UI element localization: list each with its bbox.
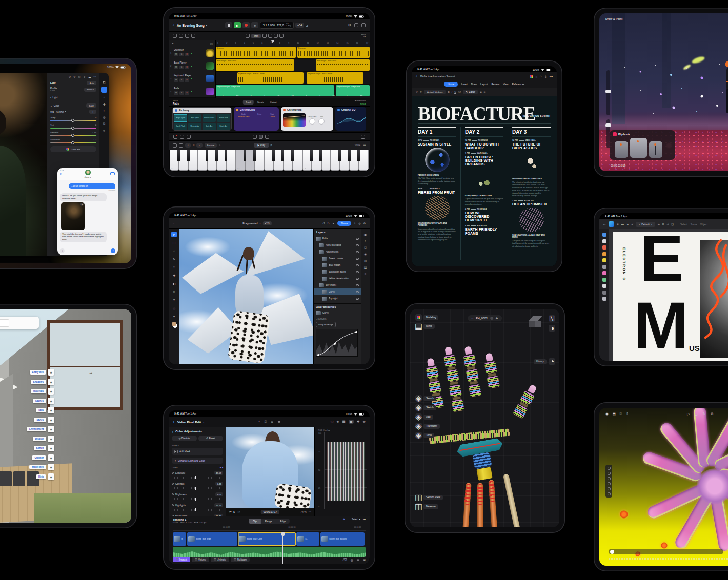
color-wheel-icon[interactable]	[530, 75, 533, 78]
brush-tool-icon[interactable]	[602, 258, 606, 262]
amp-icon[interactable]	[173, 135, 177, 139]
visibility-eye-icon[interactable]	[356, 264, 359, 266]
alchemy-preset-pad[interactable]: Bright Synth	[174, 114, 187, 122]
scale-button[interactable]: Scale	[355, 144, 361, 147]
keyboard-icon[interactable]	[173, 143, 177, 148]
curves-graph[interactable]	[316, 329, 358, 357]
received-message[interactable]: Great! Can you share your final image se…	[60, 193, 107, 201]
tool-button[interactable]: ◫Measure	[415, 503, 443, 510]
visibility-eye-icon[interactable]	[356, 298, 359, 300]
camera-tool-icon[interactable]	[608, 467, 611, 470]
layer-row[interactable]: Sweat...ooster	[314, 255, 361, 262]
boolean-icon[interactable]: ❏	[671, 223, 673, 226]
panel-button[interactable]: Model Info ◈	[29, 464, 54, 470]
piano-key[interactable]: C4	[302, 150, 312, 171]
power-icon[interactable]	[283, 109, 286, 111]
alchemy-preset-pad[interactable]: Synth Pluck	[174, 123, 187, 131]
plugin-chromaverb[interactable]: ChromaVerb Decay Time Wet	[281, 107, 333, 131]
panel-button[interactable]: Display ◈	[33, 436, 54, 442]
solo-button[interactable]: S	[179, 66, 184, 69]
more-icon[interactable]: •••	[363, 518, 366, 521]
visibility-eye-icon[interactable]	[356, 258, 359, 260]
share-button[interactable]: Share	[337, 221, 351, 226]
bw-button[interactable]: B&W	[86, 103, 96, 108]
plugin-tab[interactable]: Track	[243, 100, 254, 105]
contact-name[interactable]: Joyce ▾	[85, 176, 91, 178]
viewer-icon[interactable]: ▣	[349, 420, 354, 424]
gradient-tool-icon[interactable]	[602, 271, 606, 275]
home-icon[interactable]: ⌂	[472, 317, 473, 320]
zoom-tool-icon[interactable]	[608, 482, 611, 485]
layer-row[interactable]: Saturation boost	[314, 268, 361, 275]
tool-button[interactable]: ◈Transform	[415, 423, 440, 429]
facetime-icon[interactable]	[110, 172, 115, 175]
power-icon[interactable]	[236, 109, 238, 111]
camera-icon[interactable]: ⌻	[620, 412, 622, 416]
back-icon[interactable]: ‹	[172, 430, 173, 434]
orientation-cube[interactable]	[529, 316, 542, 329]
shape-tool-icon[interactable]: ◇	[171, 305, 177, 311]
plugin-tab[interactable]: Sends	[255, 100, 266, 105]
eyedropper-icon[interactable]: ✦	[89, 110, 96, 114]
region-tool-icon[interactable]	[608, 492, 611, 495]
piano-key[interactable]	[217, 150, 226, 171]
document-title[interactable]: Biofacture Innovation Summit	[420, 75, 455, 78]
canvas-area[interactable]: ELECTRONIC E M USIC AW SC	[609, 229, 728, 361]
cycle-tool-icon[interactable]	[262, 34, 267, 38]
solo-button[interactable]: S	[179, 53, 184, 56]
undo-icon[interactable]: ↺	[416, 91, 418, 93]
move-tool-icon[interactable]: ➤	[626, 223, 629, 226]
split-icon[interactable]: ⊟	[357, 558, 359, 562]
cycle-button[interactable]: ↻	[251, 22, 258, 28]
gradient-tool-icon[interactable]: ◧	[171, 281, 177, 286]
help-icon[interactable]: ◎	[358, 222, 360, 225]
flipbook-frame-active[interactable]	[630, 138, 647, 158]
back-icon[interactable]: ‹	[173, 23, 174, 28]
visibility-eye-icon[interactable]	[356, 251, 359, 253]
editors-view-icon[interactable]	[179, 34, 183, 38]
midi-region[interactable]: Bass Player - Indie Disco	[216, 59, 294, 71]
edit-icon[interactable]: ☰	[101, 87, 107, 93]
loop-icon[interactable]: ↻	[702, 412, 705, 416]
avatar[interactable]	[85, 170, 91, 175]
slider-value[interactable]: 45.59	[214, 471, 223, 475]
panel-button[interactable]: Tags ◈	[36, 407, 54, 413]
drag-on-image-button[interactable]: Drag on image	[316, 322, 336, 327]
camera-icon[interactable]: ⌻	[265, 420, 267, 424]
cloud-icon[interactable]: ☁	[88, 75, 91, 78]
midi-region[interactable]: Bass Player - Indie Disco	[316, 59, 370, 71]
back-icon[interactable]: ‹≡	[603, 223, 606, 226]
pedalboard-icon[interactable]	[180, 135, 184, 139]
lock-icon[interactable]: ⌂	[219, 144, 220, 147]
disable-button[interactable]: ◎ Disable	[172, 436, 197, 441]
eye-panel-icon[interactable]: ◍	[364, 259, 367, 262]
eyedropper-tool-icon[interactable]: ✦	[171, 314, 177, 319]
piano-key[interactable]	[359, 150, 368, 171]
tracks-view-icon[interactable]	[173, 34, 177, 38]
search-icon[interactable]: ◌	[348, 518, 349, 521]
track-header[interactable]: 2 Bass Player M S R	[169, 59, 215, 72]
piano-key[interactable]	[246, 150, 255, 171]
edit-mode-tab[interactable]: Clip	[249, 519, 261, 524]
timer-icon[interactable]: ◔	[258, 420, 260, 424]
pencil-tool-icon[interactable]	[191, 34, 195, 38]
document-title[interactable]: Fragmented	[242, 222, 257, 225]
share-icon[interactable]: ⇧	[544, 75, 547, 78]
orbit-tool-icon[interactable]	[608, 477, 611, 480]
flipbook-frame[interactable]	[615, 141, 628, 158]
pencil-icon[interactable]	[253, 135, 257, 139]
audio-track[interactable]	[173, 547, 366, 557]
loop-browser-icon[interactable]	[185, 34, 189, 38]
visibility-eye-icon[interactable]	[356, 291, 359, 293]
timeline-clip[interactable]: Skyline_Blue_Backgro	[320, 532, 365, 546]
presets-icon[interactable]: ◩	[103, 80, 106, 84]
object-menu[interactable]: Object	[700, 223, 707, 226]
search-icon[interactable]: ◌	[540, 75, 542, 78]
slider-value[interactable]: 9.07	[215, 492, 223, 496]
snap-setting[interactable]: Snap1/4	[361, 34, 366, 38]
piano-key[interactable]	[274, 150, 283, 171]
overwrite-icon[interactable]: ⊞	[363, 558, 366, 562]
play-button[interactable]: ▶	[234, 22, 241, 28]
more-icon[interactable]: •••	[550, 75, 553, 78]
sent-message[interactable]: …we've landed on	[69, 183, 115, 189]
